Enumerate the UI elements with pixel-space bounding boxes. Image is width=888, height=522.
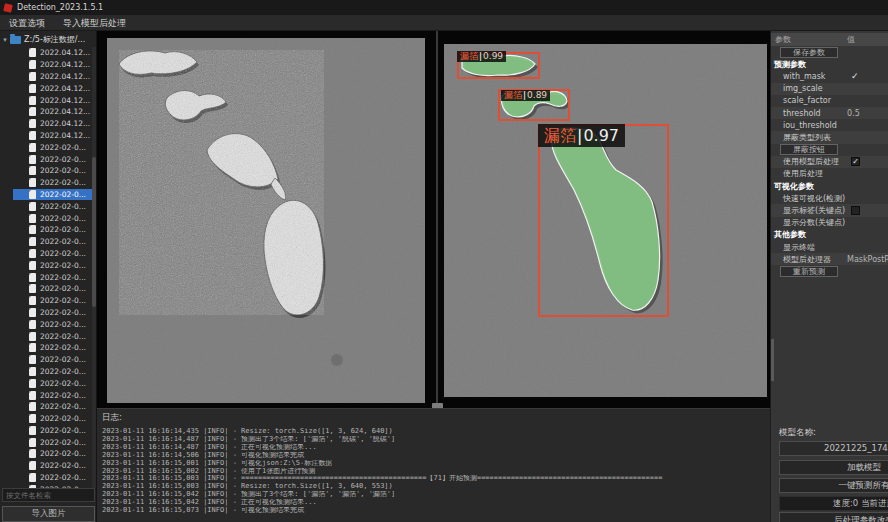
tree-file-item[interactable]: 2022-02-0... (0, 448, 97, 460)
sidebar-scrollbar[interactable] (92, 47, 96, 488)
file-icon (29, 48, 36, 57)
tree-file-item[interactable]: 2022-02-0... (0, 401, 97, 413)
tree-file-item[interactable]: 2022-02-0... (0, 165, 97, 177)
canvas-splitter[interactable] (436, 31, 438, 412)
parameter-table-header: 参数 值 (771, 33, 888, 46)
file-icon (29, 426, 36, 435)
tree-file-item[interactable]: 2022-02-0... (0, 460, 97, 472)
tree-file-item[interactable]: 2022-02-0... (0, 259, 97, 271)
tree-file-item[interactable]: 2022-02-0... (0, 283, 97, 295)
tree-file-item[interactable]: 2022-02-0... (0, 236, 97, 248)
tree-file-item[interactable]: 2022.04.12... (0, 71, 97, 83)
tree-root-folder[interactable]: ▾ Z:/5-标注数据/... (0, 33, 97, 46)
parameter-row: 显示分数(关键点) (771, 217, 888, 229)
tree-file-item[interactable]: 2022-02-0... (13, 189, 97, 201)
checkmark-icon[interactable]: ✓ (851, 71, 859, 81)
parameter-value[interactable]: MaskPostPro (847, 255, 888, 264)
tree-file-item[interactable]: 2022-02-0... (0, 271, 97, 283)
tree-file-item[interactable]: 2022-02-0... (0, 413, 97, 425)
log-line: 2023-01-11 16:16:14,487 |INFO| - 预测出了3个结… (102, 436, 770, 444)
tree-file-item[interactable]: 2022.04.12... (0, 118, 97, 130)
original-image (107, 38, 425, 403)
tree-file-item[interactable]: 2022.04.12... (0, 94, 97, 106)
log-console[interactable]: 日志: 2023-01-11 16:16:14,435 |INFO| - Res… (97, 408, 770, 522)
checkbox-checked[interactable]: ✓ (851, 157, 860, 166)
parameter-button-row: 重新预测 (771, 265, 888, 277)
tree-file-item[interactable]: 2022-02-0... (0, 354, 97, 366)
model-name-label: 模型名称: (771, 427, 888, 439)
parameter-row: with_mask✓ (771, 70, 888, 82)
tree-file-item[interactable]: 2022.04.12... (0, 47, 97, 59)
tree-file-item[interactable]: 2022-02-0... (0, 200, 97, 212)
tree-file-item[interactable]: 2022.04.12... (0, 106, 97, 118)
tree-file-item[interactable]: 2022-02-0... (0, 425, 97, 437)
tree-file-item[interactable]: 2022-02-0... (0, 318, 97, 330)
log-line: 2023-01-11 16:16:15,073 |INFO| - 可视化预测结果… (102, 507, 770, 515)
file-icon (29, 391, 36, 400)
log-line: 2023-01-11 16:16:14,487 |INFO| - 正在可视化预测… (102, 444, 770, 452)
menu-settings[interactable]: 设置选项 (0, 15, 54, 31)
tree-file-item[interactable]: 2022-02-0... (0, 307, 97, 319)
param-action-button[interactable]: 保存参数 (780, 47, 838, 58)
tree-file-item[interactable]: 2022.04.12... (0, 130, 97, 142)
tree-file-item[interactable]: 2022-02-0... (0, 295, 97, 307)
file-label: 2022-02-0... (40, 402, 86, 411)
log-title: 日志: (102, 412, 770, 424)
tree-file-item[interactable]: 2022-02-0... (0, 377, 97, 389)
file-icon (29, 190, 36, 199)
parameter-value[interactable]: 0.5 (847, 109, 860, 118)
param-action-button[interactable]: 重新预测 (780, 266, 838, 277)
file-label: 2022-02-0... (40, 284, 86, 293)
tree-file-item[interactable]: 2022-02-0... (0, 472, 97, 484)
parameter-label: 显示终端 (771, 242, 815, 253)
parameter-table: 参数 值 保存参数预测参数with_mask✓img_scalescale_fa… (771, 33, 888, 278)
file-icon (29, 225, 36, 234)
tree-file-item[interactable]: 2022-02-0... (0, 342, 97, 354)
file-label: 2022-02-0... (40, 155, 86, 164)
file-icon (29, 84, 36, 93)
prediction-image-canvas[interactable]: 漏箔|0.99 漏箔|0.89 漏箔|0.97 (444, 44, 767, 397)
tree-file-item[interactable]: 2022-02-0... (0, 436, 97, 448)
parameter-label: 显示分数(关键点) (771, 217, 845, 228)
file-icon (29, 131, 36, 140)
detection-label-1: 漏箔|0.99 (457, 51, 506, 62)
tree-file-item[interactable]: 2022-02-0... (0, 141, 97, 153)
app-logo-icon (3, 3, 12, 12)
file-label: 2022.04.12... (40, 60, 90, 69)
model-name-dropdown[interactable]: 20221225_174813 (779, 441, 888, 456)
postprocess-button[interactable]: 后处理参数改变 (779, 512, 888, 522)
scrollbar-thumb[interactable] (92, 157, 96, 307)
file-label: 2022-02-0... (40, 355, 86, 364)
chevron-down-icon[interactable]: ▾ (0, 36, 10, 44)
detection-label-2: 漏箔|0.89 (501, 90, 550, 101)
tree-file-item[interactable]: 2022-02-0... (0, 153, 97, 165)
log-line: 2023-01-11 16:16:15,003 |INFO| - =======… (102, 475, 770, 483)
original-image-canvas[interactable] (107, 38, 425, 403)
tree-file-item[interactable]: 2022-02-0... (0, 389, 97, 401)
app-window: Detection_2023.1.5.1 设置选项 导入模型后处理 ▾ Z:/5… (0, 0, 888, 522)
tree-file-item[interactable]: 2022-02-0... (0, 177, 97, 189)
predict-all-button[interactable]: 一键预测所有 (779, 478, 888, 493)
tree-file-item[interactable]: 2022-02-0... (0, 330, 97, 342)
tree-file-item[interactable]: 2022-02-0... (0, 224, 97, 236)
tree-file-item[interactable]: 2022-02-0... (0, 248, 97, 260)
detection-label-3: 漏箔|0.97 (538, 124, 625, 147)
import-images-button[interactable]: 导入图片 (2, 506, 95, 522)
tree-file-item[interactable]: 2022.04.12... (0, 82, 97, 94)
file-label: 2022-02-0... (40, 379, 86, 388)
param-action-button[interactable]: 屏蔽按钮 (780, 144, 838, 155)
tree-file-item[interactable]: 2022-02-0... (0, 366, 97, 378)
file-icon (29, 343, 36, 352)
tree-file-item[interactable]: 2022.04.12... (0, 59, 97, 71)
file-label: 2022-02-0... (40, 320, 86, 329)
panel-scrollbar-thumb[interactable] (771, 339, 774, 381)
checkbox-empty[interactable] (851, 206, 860, 215)
load-model-button[interactable]: 加载模型 (779, 460, 888, 475)
tree-file-item[interactable]: 2022-02-0... (0, 212, 97, 224)
file-icon (29, 107, 36, 116)
section-label: 预测参数 (771, 59, 806, 70)
file-icon (29, 367, 36, 376)
file-label: 2022-02-0... (40, 237, 86, 246)
menu-import-postprocess[interactable]: 导入模型后处理 (54, 15, 135, 31)
search-input[interactable] (2, 488, 95, 502)
